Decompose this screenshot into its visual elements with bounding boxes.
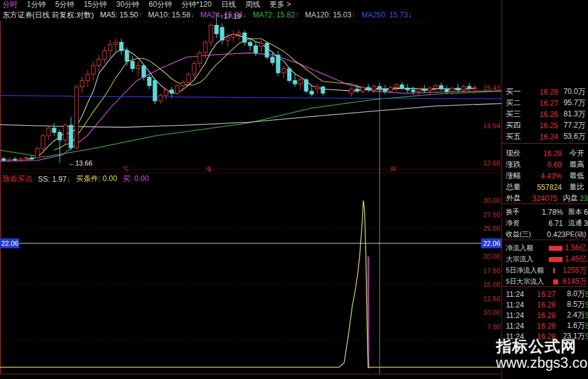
candle[interactable] xyxy=(187,74,190,83)
candle[interactable] xyxy=(142,65,146,77)
candle[interactable] xyxy=(434,86,437,88)
candle[interactable] xyxy=(456,88,460,90)
candle[interactable] xyxy=(231,35,235,37)
candle[interactable] xyxy=(243,33,246,42)
candle[interactable] xyxy=(394,85,398,87)
candle[interactable] xyxy=(103,51,106,60)
toolbar-item-更多 >[interactable]: 更多 > xyxy=(269,0,291,10)
candle[interactable] xyxy=(58,133,62,140)
candle[interactable] xyxy=(209,26,213,42)
candle[interactable] xyxy=(473,88,477,88)
candle[interactable] xyxy=(366,87,370,90)
candle[interactable] xyxy=(153,80,157,101)
candle[interactable] xyxy=(271,57,274,63)
candle[interactable] xyxy=(192,63,196,74)
candle[interactable] xyxy=(215,26,218,34)
candle[interactable] xyxy=(406,88,409,90)
candle[interactable] xyxy=(19,159,22,160)
toolbar-item-1分钟[interactable]: 1分钟 xyxy=(27,0,46,10)
candle[interactable] xyxy=(24,158,28,159)
candle[interactable] xyxy=(422,89,426,91)
candle[interactable] xyxy=(237,33,241,35)
candle[interactable] xyxy=(13,159,17,160)
candle[interactable] xyxy=(147,77,151,86)
bid-row[interactable]: 买四16.2577.2万 xyxy=(506,120,588,131)
candle[interactable] xyxy=(304,80,308,91)
candle[interactable] xyxy=(175,86,179,93)
candle[interactable] xyxy=(389,87,393,91)
candle[interactable] xyxy=(198,53,202,63)
candle[interactable] xyxy=(181,83,185,86)
candle[interactable] xyxy=(417,89,421,91)
bid-row[interactable]: 买五16.2453.6万 xyxy=(506,131,588,142)
candle[interactable] xyxy=(282,68,286,73)
candle[interactable] xyxy=(439,86,443,89)
candle[interactable] xyxy=(361,87,365,91)
candle[interactable] xyxy=(131,62,134,69)
toolbar-item-60分钟[interactable]: 60分钟 xyxy=(149,0,172,10)
bid-row[interactable]: 买一16.2870.0万 xyxy=(506,87,588,97)
candle[interactable] xyxy=(293,80,297,83)
info-label: 收益(三) xyxy=(506,230,538,239)
candle[interactable] xyxy=(97,59,101,65)
candle[interactable] xyxy=(248,42,252,45)
candle[interactable] xyxy=(411,90,415,91)
candle[interactable] xyxy=(428,88,432,91)
candle[interactable] xyxy=(321,87,325,93)
toolbar-item-日线[interactable]: 日线 xyxy=(221,0,236,10)
candle[interactable] xyxy=(265,43,269,57)
candle[interactable] xyxy=(259,43,263,46)
toolbar-item-分时[interactable]: 分时 xyxy=(2,0,17,10)
candle[interactable] xyxy=(462,87,465,90)
candle[interactable] xyxy=(2,159,6,161)
candle[interactable] xyxy=(383,89,387,91)
candle[interactable] xyxy=(114,42,118,44)
candle[interactable] xyxy=(450,88,454,91)
candle[interactable] xyxy=(108,44,112,50)
candle[interactable] xyxy=(400,85,404,88)
candle[interactable] xyxy=(170,90,174,93)
candle[interactable] xyxy=(35,149,39,158)
candle[interactable] xyxy=(467,87,471,88)
candle[interactable] xyxy=(310,91,314,94)
candle[interactable] xyxy=(276,55,280,73)
candle[interactable] xyxy=(75,87,78,148)
toolbar-item-30分钟[interactable]: 30分钟 xyxy=(116,0,139,10)
candle[interactable] xyxy=(254,45,258,53)
candle[interactable] xyxy=(350,89,353,93)
candle[interactable] xyxy=(315,87,319,89)
ticker-marker: 涨 xyxy=(205,166,212,172)
toolbar-item-15分钟[interactable]: 15分钟 xyxy=(83,0,106,10)
candle[interactable] xyxy=(30,158,34,159)
candle[interactable] xyxy=(203,42,207,53)
candle[interactable] xyxy=(445,89,449,91)
candle[interactable] xyxy=(372,87,376,90)
bid-row[interactable]: 买二16.2795.7万 xyxy=(506,98,588,108)
bid-row[interactable]: 买三16.2681.3万 xyxy=(506,109,588,119)
price-chart-canvas[interactable]: 亏涨财↑17.19←13.6615.4314.5413.6630.0027.50… xyxy=(0,0,588,379)
candle[interactable] xyxy=(86,74,90,80)
candle[interactable] xyxy=(287,68,291,80)
candle[interactable] xyxy=(119,42,123,51)
info-label: 总量 xyxy=(506,182,527,192)
candle[interactable] xyxy=(91,65,95,74)
candle[interactable] xyxy=(41,136,45,148)
toolbar-item-周线[interactable]: 周线 xyxy=(245,0,260,10)
candle[interactable] xyxy=(47,128,50,136)
ticker-marker: 财 xyxy=(390,166,396,172)
candle[interactable] xyxy=(136,65,140,68)
candle[interactable] xyxy=(226,37,230,40)
candle[interactable] xyxy=(159,95,162,101)
toolbar-item-分钟*120[interactable]: 分钟*120 xyxy=(181,0,212,10)
candle[interactable] xyxy=(63,125,67,140)
candle[interactable] xyxy=(220,27,224,40)
candle[interactable] xyxy=(125,51,129,62)
candle[interactable] xyxy=(7,159,11,161)
candle[interactable] xyxy=(52,128,56,133)
candle[interactable] xyxy=(80,80,84,87)
candle[interactable] xyxy=(164,90,168,95)
candle[interactable] xyxy=(299,80,302,84)
candle[interactable] xyxy=(355,89,359,91)
toolbar-item-5分钟[interactable]: 5分钟 xyxy=(55,0,75,10)
candle[interactable] xyxy=(69,125,73,147)
